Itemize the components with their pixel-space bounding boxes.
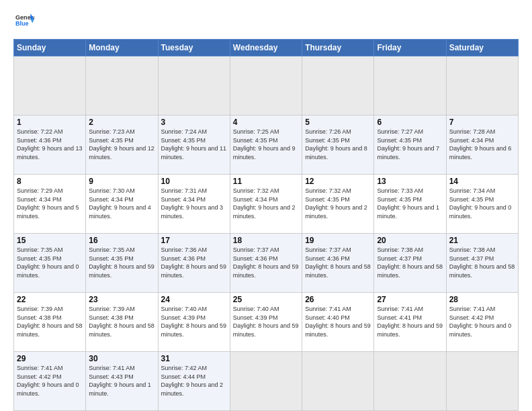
cell-info: Sunrise: 7:41 AMSunset: 4:40 PMDaylight:…	[305, 305, 371, 338]
calendar-cell	[230, 352, 302, 411]
day-number: 3	[161, 118, 227, 127]
cell-info: Sunrise: 7:27 AMSunset: 4:35 PMDaylight:…	[377, 128, 443, 161]
day-number: 9	[89, 177, 154, 186]
calendar-cell: 16Sunrise: 7:35 AMSunset: 4:35 PMDayligh…	[86, 234, 158, 293]
calendar-week-row: 22Sunrise: 7:39 AMSunset: 4:38 PMDayligh…	[14, 293, 519, 352]
day-number: 13	[377, 177, 443, 186]
day-number: 26	[305, 295, 371, 304]
cell-info: Sunrise: 7:41 AMSunset: 4:42 PMDaylight:…	[449, 305, 515, 338]
calendar-cell: 5Sunrise: 7:26 AMSunset: 4:35 PMDaylight…	[302, 116, 374, 175]
col-header-saturday: Saturday	[446, 40, 518, 56]
day-number: 12	[305, 177, 371, 186]
day-number: 4	[233, 118, 299, 127]
cell-info: Sunrise: 7:40 AMSunset: 4:39 PMDaylight:…	[233, 305, 299, 338]
day-number: 29	[17, 354, 83, 363]
day-number: 20	[377, 236, 443, 245]
day-number: 18	[233, 236, 299, 245]
day-number: 7	[449, 118, 515, 127]
calendar-cell: 27Sunrise: 7:41 AMSunset: 4:41 PMDayligh…	[374, 293, 446, 352]
cell-info: Sunrise: 7:42 AMSunset: 4:44 PMDaylight:…	[161, 364, 227, 398]
day-number: 2	[89, 118, 154, 127]
calendar-cell	[302, 352, 374, 411]
day-number: 22	[17, 295, 83, 304]
calendar-week-row	[14, 56, 519, 116]
col-header-friday: Friday	[374, 40, 446, 56]
cell-info: Sunrise: 7:25 AMSunset: 4:35 PMDaylight:…	[233, 128, 299, 161]
day-number: 31	[161, 354, 227, 363]
page: General Blue SundayMondayTuesdayWednesda…	[0, 0, 532, 411]
col-header-sunday: Sunday	[14, 40, 86, 56]
calendar-cell: 22Sunrise: 7:39 AMSunset: 4:38 PMDayligh…	[14, 293, 86, 352]
calendar-cell: 21Sunrise: 7:38 AMSunset: 4:37 PMDayligh…	[446, 234, 518, 293]
day-number: 1	[17, 118, 83, 127]
calendar-week-row: 1Sunrise: 7:22 AMSunset: 4:36 PMDaylight…	[14, 116, 519, 175]
day-number: 5	[305, 118, 371, 127]
cell-info: Sunrise: 7:29 AMSunset: 4:34 PMDaylight:…	[17, 187, 83, 220]
calendar-cell: 6Sunrise: 7:27 AMSunset: 4:35 PMDaylight…	[374, 116, 446, 175]
cell-info: Sunrise: 7:36 AMSunset: 4:36 PMDaylight:…	[161, 246, 227, 279]
calendar-table: SundayMondayTuesdayWednesdayThursdayFrid…	[13, 39, 519, 411]
calendar-cell: 31Sunrise: 7:42 AMSunset: 4:44 PMDayligh…	[158, 352, 230, 411]
calendar-cell: 3Sunrise: 7:24 AMSunset: 4:35 PMDaylight…	[158, 116, 230, 175]
day-number: 27	[377, 295, 443, 304]
cell-info: Sunrise: 7:30 AMSunset: 4:34 PMDaylight:…	[89, 187, 154, 220]
calendar-cell	[14, 56, 86, 116]
calendar-week-row: 8Sunrise: 7:29 AMSunset: 4:34 PMDaylight…	[14, 175, 519, 234]
calendar-cell	[86, 56, 158, 116]
calendar-cell	[158, 56, 230, 116]
svg-marker-3	[30, 19, 34, 24]
col-header-tuesday: Tuesday	[158, 40, 230, 56]
day-number: 23	[89, 295, 154, 304]
svg-text:Blue: Blue	[15, 20, 29, 27]
day-number: 11	[233, 177, 299, 186]
calendar-cell: 18Sunrise: 7:37 AMSunset: 4:36 PMDayligh…	[230, 234, 302, 293]
calendar-cell: 2Sunrise: 7:23 AMSunset: 4:35 PMDaylight…	[86, 116, 158, 175]
cell-info: Sunrise: 7:26 AMSunset: 4:35 PMDaylight:…	[305, 128, 371, 161]
day-number: 24	[161, 295, 227, 304]
day-number: 10	[161, 177, 227, 186]
calendar-cell: 17Sunrise: 7:36 AMSunset: 4:36 PMDayligh…	[158, 234, 230, 293]
cell-info: Sunrise: 7:35 AMSunset: 4:35 PMDaylight:…	[89, 246, 154, 279]
calendar-cell: 24Sunrise: 7:40 AMSunset: 4:39 PMDayligh…	[158, 293, 230, 352]
calendar-cell: 13Sunrise: 7:33 AMSunset: 4:35 PMDayligh…	[374, 175, 446, 234]
cell-info: Sunrise: 7:24 AMSunset: 4:35 PMDaylight:…	[161, 128, 227, 161]
logo: General Blue	[13, 11, 34, 32]
calendar-cell: 11Sunrise: 7:32 AMSunset: 4:34 PMDayligh…	[230, 175, 302, 234]
day-number: 16	[89, 236, 154, 245]
calendar-cell: 28Sunrise: 7:41 AMSunset: 4:42 PMDayligh…	[446, 293, 518, 352]
col-header-thursday: Thursday	[302, 40, 374, 56]
calendar-week-row: 29Sunrise: 7:41 AMSunset: 4:42 PMDayligh…	[14, 352, 519, 411]
col-header-wednesday: Wednesday	[230, 40, 302, 56]
cell-info: Sunrise: 7:38 AMSunset: 4:37 PMDaylight:…	[377, 246, 443, 279]
calendar-cell	[374, 56, 446, 116]
calendar-cell	[374, 352, 446, 411]
cell-info: Sunrise: 7:38 AMSunset: 4:37 PMDaylight:…	[449, 246, 515, 279]
calendar-cell: 26Sunrise: 7:41 AMSunset: 4:40 PMDayligh…	[302, 293, 374, 352]
cell-info: Sunrise: 7:32 AMSunset: 4:34 PMDaylight:…	[233, 187, 299, 220]
calendar-cell: 10Sunrise: 7:31 AMSunset: 4:34 PMDayligh…	[158, 175, 230, 234]
cell-info: Sunrise: 7:37 AMSunset: 4:36 PMDaylight:…	[233, 246, 299, 279]
calendar-cell: 30Sunrise: 7:41 AMSunset: 4:43 PMDayligh…	[86, 352, 158, 411]
cell-info: Sunrise: 7:32 AMSunset: 4:35 PMDaylight:…	[305, 187, 371, 220]
calendar-cell: 23Sunrise: 7:39 AMSunset: 4:38 PMDayligh…	[86, 293, 158, 352]
cell-info: Sunrise: 7:39 AMSunset: 4:38 PMDaylight:…	[89, 305, 154, 338]
calendar-cell	[446, 56, 518, 116]
cell-info: Sunrise: 7:41 AMSunset: 4:41 PMDaylight:…	[377, 305, 443, 338]
cell-info: Sunrise: 7:39 AMSunset: 4:38 PMDaylight:…	[17, 305, 83, 338]
cell-info: Sunrise: 7:40 AMSunset: 4:39 PMDaylight:…	[161, 305, 227, 338]
day-number: 30	[89, 354, 154, 363]
calendar-cell: 20Sunrise: 7:38 AMSunset: 4:37 PMDayligh…	[374, 234, 446, 293]
calendar-cell: 12Sunrise: 7:32 AMSunset: 4:35 PMDayligh…	[302, 175, 374, 234]
day-number: 28	[449, 295, 515, 304]
calendar-cell: 7Sunrise: 7:28 AMSunset: 4:34 PMDaylight…	[446, 116, 518, 175]
day-number: 19	[305, 236, 371, 245]
day-number: 14	[449, 177, 515, 186]
calendar-cell: 19Sunrise: 7:37 AMSunset: 4:36 PMDayligh…	[302, 234, 374, 293]
cell-info: Sunrise: 7:34 AMSunset: 4:35 PMDaylight:…	[449, 187, 515, 220]
calendar-cell: 9Sunrise: 7:30 AMSunset: 4:34 PMDaylight…	[86, 175, 158, 234]
logo-icon: General Blue	[15, 11, 34, 30]
calendar-cell	[446, 352, 518, 411]
col-header-monday: Monday	[86, 40, 158, 56]
calendar-week-row: 15Sunrise: 7:35 AMSunset: 4:35 PMDayligh…	[14, 234, 519, 293]
calendar-cell	[230, 56, 302, 116]
